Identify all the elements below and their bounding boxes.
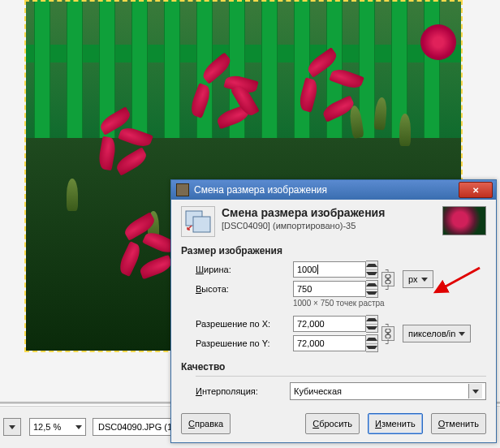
height-spinner[interactable]: [366, 280, 378, 298]
chain-icon: [385, 274, 391, 284]
dialog-titlebar[interactable]: Смена размера изображения ✕: [171, 180, 496, 200]
close-button[interactable]: ✕: [459, 182, 493, 198]
image-thumbnail: [442, 206, 486, 235]
height-input[interactable]: 750: [293, 281, 366, 297]
width-input[interactable]: 1000: [293, 261, 366, 278]
chevron-down-icon: [75, 425, 82, 429]
chevron-down-icon: [421, 278, 428, 282]
chevron-down-icon: [9, 425, 15, 429]
res-x-input[interactable]: 72,000: [293, 316, 366, 332]
res-y-spinner[interactable]: [366, 334, 378, 352]
size-unit-selector[interactable]: px: [403, 270, 433, 288]
res-unit-selector[interactable]: пикселов/in: [403, 325, 471, 342]
height-label: Высота:: [181, 284, 293, 294]
chevron-up-icon: [366, 264, 377, 267]
chevron-down-icon: [366, 272, 377, 275]
chain-icon: [385, 329, 391, 338]
res-x-label: Разрешение по X:: [181, 319, 293, 329]
chevron-up-icon: [366, 318, 377, 321]
scale-image-icon: [181, 206, 215, 237]
scale-button[interactable]: Изменить: [368, 413, 423, 434]
dialog-header-subtitle: [DSC04090] (импортировано)-35: [222, 221, 385, 230]
chevron-down-icon: [366, 326, 377, 330]
zoom-field[interactable]: 12,5 %: [29, 418, 86, 436]
dialog-header-title: Смена размера изображения: [222, 206, 385, 219]
app-icon: [176, 183, 189, 196]
chevron-down-icon: [366, 346, 377, 349]
scale-image-dialog: Смена размера изображения ✕ Смена размер…: [170, 179, 497, 443]
chevron-up-icon: [366, 283, 377, 286]
res-y-input[interactable]: 72,000: [293, 335, 366, 351]
dialog-title: Смена размера изображения: [194, 184, 327, 196]
chevron-down-icon: [366, 291, 377, 295]
close-icon: ✕: [472, 186, 479, 195]
res-x-spinner[interactable]: [366, 315, 378, 333]
reset-button[interactable]: Сбросить: [305, 413, 360, 434]
width-spinner[interactable]: [366, 261, 378, 278]
interpolation-label: Интерполяция:: [181, 386, 285, 396]
separator: [196, 376, 486, 377]
chevron-down-icon: [459, 332, 465, 336]
help-button[interactable]: Справка: [181, 413, 231, 434]
chevron-down-icon: [472, 390, 479, 394]
cancel-button[interactable]: Отменить: [431, 413, 486, 434]
zoom-value: 12,5 %: [33, 422, 61, 432]
chevron-up-icon: [366, 338, 377, 341]
interpolation-combo[interactable]: Кубическая: [290, 382, 486, 400]
res-y-label: Разрешение по Y:: [181, 338, 293, 348]
pixel-dimensions-info: 1000 × 750 точек растра: [293, 299, 486, 308]
statusbar-menu-button[interactable]: [3, 418, 21, 436]
size-group-label: Размер изображения: [181, 245, 486, 256]
svg-rect-1: [193, 217, 210, 232]
width-label: Ширина:: [181, 265, 293, 274]
quality-group-label: Качество: [181, 361, 486, 373]
